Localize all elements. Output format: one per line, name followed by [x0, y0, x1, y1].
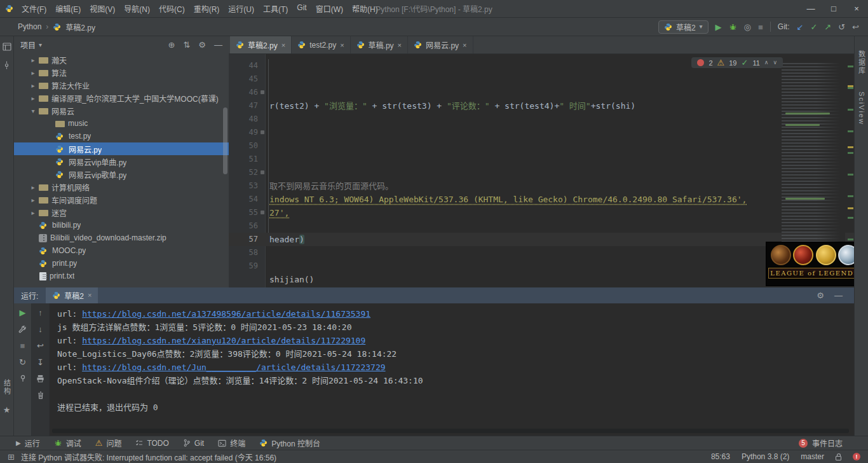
editor-line[interactable]: 46 [229, 86, 854, 99]
menu-item[interactable]: 编辑(E) [51, 1, 85, 17]
hide-panel-button[interactable]: — [214, 41, 222, 49]
tree-item[interactable]: ▸迷宫 [14, 206, 229, 219]
close-tab-icon[interactable]: × [88, 292, 92, 299]
tool-window-button[interactable]: ⚠问题 [88, 436, 129, 450]
tree-item[interactable]: ▸车间调度问题 [14, 193, 229, 206]
editor-line[interactable]: 5527', [229, 206, 854, 219]
git-rollback-button[interactable]: ↩ [852, 23, 859, 31]
run-button[interactable]: ▶ [715, 23, 722, 31]
event-log-button[interactable]: 5 事件日志 [799, 438, 859, 448]
editor-line[interactable]: 59 [229, 259, 854, 273]
console-line[interactable]: Note_Logistics_Day06点赞数：2浏览量：398评论数：0 时间… [57, 347, 848, 361]
tree-item[interactable]: 网易云vip歌单.py [14, 168, 229, 181]
tree-item[interactable]: ▸算法大作业 [14, 79, 229, 92]
editor-tab[interactable]: test2.py× [292, 36, 350, 53]
console-line[interactable]: js 数组方法详解点赞数：1浏览量：5评论数：0 时间2021-05-23 18… [57, 321, 848, 334]
lock-icon[interactable] [836, 456, 841, 460]
console-link[interactable]: https://blog.csdn.net/Jun__________/arti… [82, 363, 385, 372]
commit-tool-button[interactable] [3, 61, 11, 69]
trash-button[interactable] [37, 391, 44, 399]
rerun-button[interactable]: ▶ [20, 308, 26, 317]
python-interpreter[interactable]: Python 3.8 (2) [742, 452, 789, 461]
print-button[interactable] [36, 375, 44, 383]
tree-item[interactable]: print.py [14, 257, 229, 270]
console-output[interactable]: url: https://blog.csdn.net/a137498596/ar… [57, 307, 848, 414]
git-history-button[interactable]: ↺ [838, 23, 845, 31]
tool-window-button[interactable]: Git [176, 436, 211, 450]
tree-item[interactable]: ▸编译原理_哈尔滨理工大学_中国大学MOOC(慕课) [14, 92, 229, 104]
run-config-selector[interactable]: 草稿2 ▾ [658, 20, 709, 34]
editor-line[interactable]: 50 [229, 139, 854, 153]
inspections-widget[interactable]: 2 ⚠ 19 ✓ 11 ∧ ∨ [691, 57, 783, 68]
editor-tab[interactable]: 草稿.py× [351, 36, 408, 53]
minimize-button[interactable]: — [799, 0, 822, 18]
up-arrow-button[interactable]: ↑ [38, 308, 43, 317]
debug-button[interactable] [729, 23, 737, 31]
pin-button[interactable] [19, 375, 27, 382]
menu-item[interactable]: 工具(T) [259, 1, 292, 17]
editor-line[interactable]: 53取不到网易云音乐的页面源代码。 [229, 179, 854, 193]
menu-item[interactable]: 运行(U) [224, 1, 259, 17]
menu-item[interactable]: 窗口(W) [311, 1, 348, 17]
git-branch[interactable]: master [801, 452, 824, 461]
tree-item[interactable]: ▸算法 [14, 66, 229, 79]
editor-line[interactable]: 51 [229, 153, 854, 166]
close-tab-icon[interactable]: × [463, 41, 466, 49]
editor-line[interactable]: 52 [229, 166, 854, 179]
console-line[interactable]: OpenStack-Nova组件介绍（理论）点赞数：浏览量：14评论数：2 时间… [57, 374, 848, 387]
tree-item[interactable]: MOOC.py [14, 244, 229, 257]
caret-position[interactable]: 85:63 [711, 452, 730, 461]
breadcrumb-project[interactable]: Python [18, 22, 41, 31]
maximize-button[interactable]: □ [822, 0, 845, 18]
run-tab[interactable]: 草稿2 × [46, 287, 98, 303]
menu-item[interactable]: Git [292, 1, 311, 17]
tool-window-button[interactable]: TODO [128, 436, 175, 450]
console-line[interactable]: url: https://blog.csdn.net/xianyu120/art… [57, 334, 848, 347]
git-push-button[interactable]: ↗ [824, 23, 831, 31]
stop-button[interactable]: ■ [758, 23, 763, 31]
tool-window-button[interactable]: 调试 [47, 436, 88, 450]
tree-item[interactable]: bilibili.py [14, 219, 229, 232]
tree-item[interactable]: ▸瀚天 [14, 53, 229, 66]
tree-item[interactable]: music [14, 117, 229, 130]
editor-body[interactable]: 44454647r(test2) + "浏览量：" + str(test3) +… [229, 54, 854, 287]
editor-tab[interactable]: 草稿2.py× [230, 36, 292, 53]
database-tool-button[interactable]: 数据库 [857, 50, 867, 75]
breadcrumb-file[interactable]: 草稿2.py [65, 22, 95, 32]
editor-tab[interactable]: 网易云.py× [408, 36, 473, 53]
previous-problem-button[interactable]: ∧ [764, 60, 769, 66]
console-line[interactable] [57, 387, 848, 401]
console-horizontal-scrollbar[interactable] [52, 429, 849, 433]
fatal-error-icon[interactable]: ! [853, 453, 860, 460]
close-tab-icon[interactable]: × [398, 41, 402, 49]
tree-item[interactable]: Bilibili_video_download-master.zip [14, 232, 229, 244]
editor-line[interactable]: 57header) [229, 233, 854, 246]
close-tab-icon[interactable]: × [340, 41, 344, 49]
menu-item[interactable]: 导航(N) [119, 1, 154, 17]
sciview-tool-button[interactable]: SciView [858, 92, 865, 125]
project-tool-button[interactable] [3, 43, 11, 51]
editor-line[interactable]: 45 [229, 73, 854, 86]
next-problem-button[interactable]: ∨ [773, 60, 777, 66]
minimap[interactable] [782, 63, 845, 273]
scroll-end-button[interactable]: ↧ [37, 358, 44, 366]
tree-item[interactable]: 网易云vip单曲.py [14, 155, 229, 168]
coverage-button[interactable]: ◎ [744, 23, 751, 31]
tree-item[interactable]: print.txt [14, 270, 229, 282]
structure-tool-button[interactable]: 结构 [2, 379, 12, 396]
console-line[interactable]: 进程已结束，退出代码为 0 [57, 401, 848, 414]
editor-line[interactable]: 56 [229, 219, 854, 233]
tool-window-button[interactable]: Python 控制台 [252, 436, 327, 450]
project-panel-title[interactable]: 项目 [20, 39, 36, 50]
tool-window-button[interactable]: 终端 [211, 436, 252, 450]
console-link[interactable]: https://blog.csdn.net/xianyu120/article/… [82, 336, 365, 345]
soft-wrap-button[interactable]: ↩ [37, 342, 44, 350]
tree-item[interactable]: test.py [14, 130, 229, 142]
tree-item[interactable]: 网易云.py [14, 142, 229, 155]
project-scrollbar[interactable] [223, 107, 227, 174]
editor-line[interactable]: 58 [229, 246, 854, 259]
menu-item[interactable]: 重构(R) [189, 1, 224, 17]
close-tab-icon[interactable]: × [281, 41, 285, 49]
editor-line[interactable]: 54indows NT 6.3; WOW64) AppleWebKit/537.… [229, 193, 854, 206]
console-link[interactable]: https://blog.csdn.net/a137498596/article… [82, 309, 370, 319]
